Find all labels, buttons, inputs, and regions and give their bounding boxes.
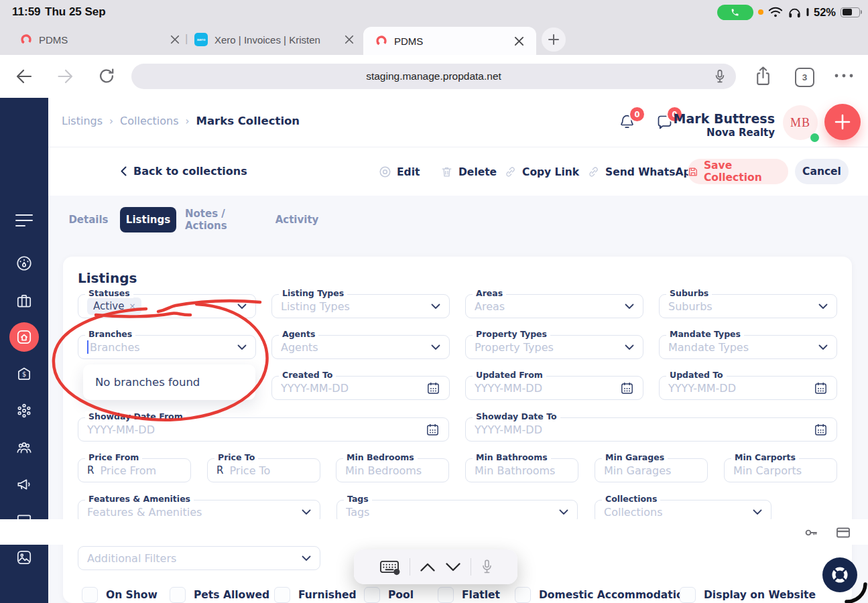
breadcrumb-listings[interactable]: Listings	[62, 115, 103, 127]
checkbox[interactable]	[438, 587, 454, 603]
credit-card-icon[interactable]	[835, 525, 851, 541]
checkbox-on-show[interactable]: On Show	[82, 587, 158, 603]
listing-types-select[interactable]: Listing Types Listing Types	[271, 294, 450, 318]
edit-button[interactable]: Edit	[379, 165, 420, 178]
quick-add-button[interactable]	[824, 104, 861, 140]
phone-icon	[731, 8, 739, 17]
chip-remove-icon[interactable]: ×	[129, 302, 135, 311]
min-bathrooms-field[interactable]: Min Bathrooms Min Bathrooms	[465, 458, 578, 482]
tab-activity[interactable]: Activity	[273, 207, 320, 232]
field-label: Created To	[279, 370, 336, 380]
agents-select[interactable]: Agents Agents	[271, 335, 450, 359]
tab-details[interactable]: Details	[66, 207, 111, 232]
checkbox-domestic-accommodation[interactable]: Domestic Accommodation	[515, 587, 691, 603]
branches-select[interactable]: Branches Branches	[78, 335, 256, 359]
checkbox-flatlet[interactable]: Flatlet	[438, 587, 500, 603]
network-icon[interactable]	[15, 402, 33, 419]
checkbox[interactable]	[680, 587, 696, 603]
menu-icon[interactable]	[15, 213, 33, 228]
field-placeholder: Features & Amenities	[87, 506, 202, 519]
close-tab-icon[interactable]	[514, 36, 524, 46]
calendar-icon[interactable]	[426, 423, 440, 437]
megaphone-icon[interactable]	[15, 476, 33, 493]
address-bar[interactable]: staging.manage.propdata.net	[131, 64, 736, 89]
house-dollar-icon[interactable]: $	[15, 365, 33, 383]
keyboard-icon[interactable]	[379, 558, 400, 576]
property-types-select[interactable]: Property Types Property Types	[465, 335, 643, 359]
showday-from-date-field[interactable]: Showday Date From YYYY-MM-DD	[78, 417, 449, 442]
field-placeholder: YYYY-MM-DD	[475, 382, 542, 395]
browser-tab-3-active[interactable]: PDMS	[363, 27, 536, 55]
image-icon[interactable]	[15, 549, 33, 566]
checkbox[interactable]	[170, 587, 186, 603]
sidebar-item-listings-active[interactable]	[9, 322, 39, 352]
additional-filters-select[interactable]: Additional Filters	[78, 546, 320, 570]
reload-icon[interactable]	[98, 67, 115, 85]
checkbox[interactable]	[274, 587, 290, 603]
share-icon[interactable]	[755, 66, 771, 86]
checkbox[interactable]	[364, 587, 380, 603]
save-collection-button[interactable]: Save Collection	[688, 159, 788, 184]
back-icon[interactable]	[15, 68, 33, 85]
calendar-icon[interactable]	[814, 423, 828, 437]
min-carports-field[interactable]: Min Carports Min Carports	[724, 458, 837, 482]
more-menu-icon[interactable]	[834, 72, 854, 79]
checkbox[interactable]	[82, 587, 98, 603]
field-label: Areas	[473, 288, 506, 298]
min-bedrooms-field[interactable]: Min Bedrooms Min Bedrooms	[336, 458, 449, 482]
close-tab-icon[interactable]	[345, 35, 354, 44]
chevron-up-icon[interactable]	[420, 562, 436, 572]
checkbox-display-on-website[interactable]: Display on Website	[680, 587, 816, 603]
mic-icon[interactable]	[713, 69, 727, 84]
tab-label: Details	[68, 214, 108, 226]
browser-tab-2[interactable]: xero Xero | Invoices | Kristens	[194, 24, 354, 55]
password-key-icon[interactable]	[803, 525, 819, 541]
new-tab-button[interactable]	[542, 27, 566, 52]
tab-listings[interactable]: Listings	[120, 207, 176, 232]
back-to-collections-link[interactable]: Back to collections	[121, 165, 247, 178]
active-call-pill[interactable]	[717, 5, 753, 20]
dashboard-icon[interactable]	[15, 255, 33, 272]
field-placeholder: Price To	[229, 464, 270, 477]
chevron-down-icon	[431, 344, 440, 350]
status-chip-active[interactable]: Active×	[87, 297, 141, 315]
updated-to-date-field[interactable]: Updated To YYYY-MM-DD	[659, 376, 837, 400]
delete-button[interactable]: Delete	[440, 165, 497, 178]
tab-title: PDMS	[39, 34, 146, 46]
checkbox-pets-allowed[interactable]: Pets Allowed	[170, 587, 269, 603]
chevron-left-icon	[121, 166, 127, 176]
breadcrumb-separator: ›	[109, 115, 113, 127]
suburbs-select[interactable]: Suburbs Suburbs	[659, 294, 837, 318]
copy-link-button[interactable]: Copy Link	[504, 165, 579, 178]
browser-tab-1[interactable]: PDMS	[20, 24, 180, 55]
tab-notes-actions[interactable]: Notes / Actions	[185, 207, 260, 232]
breadcrumb-collections[interactable]: Collections	[120, 115, 178, 127]
field-placeholder: YYYY-MM-DD	[668, 382, 736, 395]
areas-select[interactable]: Areas Areas	[465, 294, 643, 318]
tab-count-button[interactable]: 3	[795, 68, 814, 87]
dictation-mic-icon[interactable]	[481, 559, 493, 576]
close-tab-icon[interactable]	[170, 35, 180, 44]
chevron-down-icon[interactable]	[445, 562, 461, 572]
forward-icon[interactable]	[56, 68, 74, 85]
send-whatsapp-button[interactable]: Send WhatsApp	[587, 165, 698, 178]
created-to-date-field[interactable]: Created To YYYY-MM-DD	[271, 376, 450, 400]
text-cursor	[87, 340, 88, 354]
cancel-button[interactable]: Cancel	[795, 159, 849, 184]
price-from-field[interactable]: Price From R Price From	[78, 458, 191, 482]
price-to-field[interactable]: Price To R Price To	[207, 458, 320, 482]
checkbox-pool[interactable]: Pool	[364, 587, 414, 603]
showday-to-date-field[interactable]: Showday Date To YYYY-MM-DD	[465, 417, 837, 442]
mandate-types-select[interactable]: Mandate Types Mandate Types	[659, 335, 837, 359]
briefcase-icon[interactable]	[15, 292, 33, 310]
checkbox[interactable]	[515, 587, 531, 603]
statuses-select[interactable]: Statuses Active×	[78, 294, 256, 318]
breadcrumb: Listings › Collections › Marks Collectio…	[62, 115, 300, 127]
updated-from-date-field[interactable]: Updated From YYYY-MM-DD	[465, 376, 643, 400]
checkbox-furnished[interactable]: Furnished	[274, 587, 357, 603]
min-garages-field[interactable]: Min Garages Min Garages	[595, 458, 708, 482]
calendar-icon[interactable]	[814, 381, 828, 395]
calendar-icon[interactable]	[620, 381, 634, 395]
users-icon[interactable]	[15, 439, 33, 456]
calendar-icon[interactable]	[426, 381, 440, 395]
